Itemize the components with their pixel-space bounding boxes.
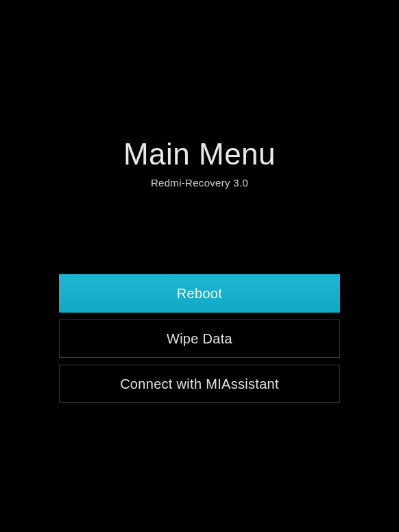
menu-item-connect-miassistant[interactable]: Connect with MIAssistant [59, 365, 340, 403]
menu-item-label: Wipe Data [167, 331, 232, 347]
page-title: Main Menu [123, 137, 276, 171]
page-subtitle: Redmi-Recovery 3.0 [123, 177, 276, 189]
header: Main Menu Redmi-Recovery 3.0 [123, 137, 276, 189]
menu-item-wipe-data[interactable]: Wipe Data [59, 319, 340, 358]
menu-item-label: Reboot [177, 286, 222, 302]
menu-item-reboot[interactable]: Reboot [59, 274, 340, 313]
main-menu: Reboot Wipe Data Connect with MIAssistan… [59, 274, 340, 403]
menu-item-label: Connect with MIAssistant [120, 376, 279, 392]
